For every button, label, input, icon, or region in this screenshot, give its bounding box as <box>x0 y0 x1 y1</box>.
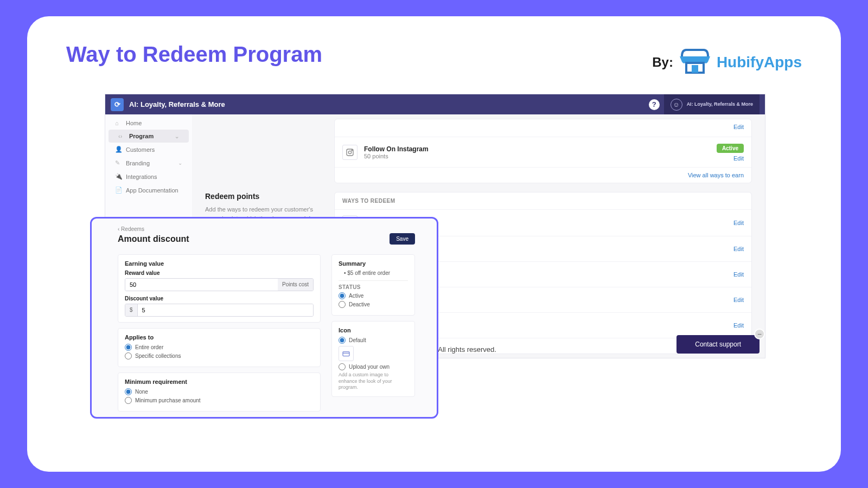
earning-value-card: Earning value Reward value Points cost D… <box>118 254 321 323</box>
sidebar-item-program[interactable]: ‹›Program⌄ <box>108 130 189 143</box>
doc-icon: 📄 <box>115 187 122 194</box>
svg-point-4 <box>352 150 352 150</box>
svg-rect-7 <box>343 352 349 356</box>
minimize-icon[interactable]: – <box>754 329 765 339</box>
chevron-down-icon: ⌄ <box>175 133 179 139</box>
min-purchase-radio[interactable]: Minimum purchase amount <box>125 397 314 404</box>
sidebar-item-home[interactable]: ⌂Home <box>105 117 192 130</box>
reward-value-input[interactable] <box>125 279 278 291</box>
summary-card: Summary $5 off entire order STATUS Activ… <box>331 254 415 316</box>
section-heading: Redeem points <box>205 192 321 201</box>
chevron-down-icon: ⌄ <box>178 160 182 166</box>
amount-discount-modal: ‹ Redeems Amount discount Save Earning v… <box>90 217 438 419</box>
status-active-radio[interactable]: Active <box>339 292 408 299</box>
code-icon: ‹› <box>118 133 125 139</box>
earn-title: Follow On Instagram <box>364 145 429 153</box>
svg-rect-1 <box>692 65 698 73</box>
view-all-earn-link[interactable]: View all ways to earn <box>335 168 751 183</box>
sidebar-item-branding[interactable]: ✎Branding⌄ <box>105 156 192 170</box>
icon-default-radio[interactable]: Default <box>339 337 408 344</box>
edit-link[interactable]: Edit <box>733 322 744 329</box>
home-icon: ⌂ <box>115 120 122 126</box>
svg-point-3 <box>348 151 351 153</box>
applies-to-card: Applies to Entire order Specific collect… <box>118 328 321 367</box>
icon-card: Icon Default Upload your own Add a custo… <box>331 321 415 397</box>
edit-link[interactable]: Edit <box>717 155 744 162</box>
save-button[interactable]: Save <box>390 233 415 245</box>
edit-link[interactable]: Edit <box>733 124 744 130</box>
plug-icon: 🔌 <box>115 173 122 180</box>
sidebar-item-integrations[interactable]: 🔌Integrations <box>105 170 192 183</box>
icon-upload-radio[interactable]: Upload your own <box>339 363 408 370</box>
entire-order-radio[interactable]: Entire order <box>125 344 314 351</box>
brand-logo: HubifyApps <box>679 49 802 76</box>
sidebar-item-docs[interactable]: 📄App Documentation <box>105 183 192 197</box>
none-radio[interactable]: None <box>125 388 314 395</box>
edit-link[interactable]: Edit <box>733 297 744 303</box>
summary-bullet: $5 off entire order <box>339 270 408 276</box>
back-link[interactable]: ‹ Redeems <box>118 226 415 232</box>
sidebar-item-customers[interactable]: 👤Customers <box>105 143 192 156</box>
icon-preview <box>339 346 354 361</box>
status-deactive-radio[interactable]: Deactive <box>339 301 408 308</box>
currency-prefix: $ <box>125 304 138 316</box>
points-cost-suffix: Points cost <box>278 279 313 291</box>
discount-code-card: Discount code Add a prefix to discount c… <box>118 417 321 419</box>
user-panel[interactable]: ☺ AI: Loyalty, Referrals & More <box>664 94 760 114</box>
specific-collections-radio[interactable]: Specific collections <box>125 352 314 359</box>
store-awning-icon <box>679 49 711 76</box>
user-avatar-icon: ☺ <box>671 99 682 111</box>
app-bar: ⟳ AI: Loyalty, Referrals & More ? ☺ AI: … <box>105 94 765 114</box>
help-icon[interactable]: ? <box>649 99 660 110</box>
min-requirement-card: Minimum requirement None Minimum purchas… <box>118 373 321 412</box>
edit-link[interactable]: Edit <box>733 246 744 252</box>
earn-sub: 50 points <box>364 153 429 159</box>
app-title: AI: Loyalty, Referrals & More <box>129 100 225 108</box>
status-badge: Active <box>717 144 744 153</box>
user-icon: 👤 <box>115 146 122 153</box>
redeem-card-head: WAYS TO REDEEM <box>335 192 751 210</box>
modal-title: Amount discount <box>118 234 189 244</box>
contact-support-button[interactable]: Contact support – <box>676 335 760 354</box>
byline: By: HubifyApps <box>652 49 802 76</box>
app-icon: ⟳ <box>111 98 124 111</box>
instagram-icon <box>342 145 358 160</box>
discount-value-input[interactable] <box>138 304 313 316</box>
brand-name: HubifyApps <box>717 54 802 71</box>
icon-hint: Add a custom image to enhance the look o… <box>339 372 408 391</box>
earn-row-instagram: Follow On Instagram 50 points Active Edi… <box>335 137 751 168</box>
brush-icon: ✎ <box>115 159 122 166</box>
edit-link[interactable]: Edit <box>733 271 744 278</box>
by-label: By: <box>652 55 673 70</box>
earn-card: Edit Follow On Instagram 50 points Activ… <box>334 119 752 183</box>
edit-link[interactable]: Edit <box>733 220 744 226</box>
user-label: AI: Loyalty, Referrals & More <box>687 101 753 107</box>
